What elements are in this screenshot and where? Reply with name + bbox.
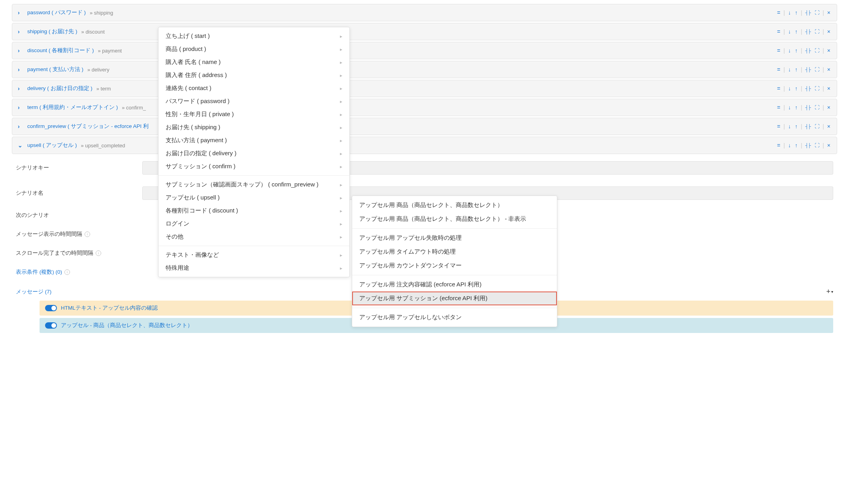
arrow-up-icon[interactable]: ↑ <box>794 85 798 92</box>
menu-item[interactable]: 支払い方法 ( payment )▸ <box>158 134 349 147</box>
submenu-item[interactable]: アップセル用 アップセル失敗時の処理 <box>352 231 557 245</box>
arrow-up-icon[interactable]: ↑ <box>794 9 798 16</box>
section-row[interactable]: ›password ( パスワード )» shipping=|↓↑|┤├⛶|× <box>12 4 837 21</box>
close-icon[interactable]: × <box>826 104 831 111</box>
arrow-down-icon[interactable]: ↓ <box>787 104 792 111</box>
messages-header[interactable]: メッセージ (7) <box>16 288 51 295</box>
arrow-down-icon[interactable]: ↓ <box>787 142 792 149</box>
section-row[interactable]: ›discount ( 各種割引コード )» payment=|↓↑|┤├⛶|× <box>12 42 837 59</box>
menu-item[interactable]: サブミッション（確認画面スキップ） ( confirm_preview )▸ <box>158 178 349 191</box>
message-toggle[interactable] <box>45 322 57 329</box>
close-icon[interactable]: × <box>826 85 831 92</box>
arrow-up-icon[interactable]: ↑ <box>794 123 798 130</box>
collapse-icon[interactable]: ┤├ <box>805 48 812 53</box>
menu-item[interactable]: 性別・生年月日 ( private )▸ <box>158 108 349 121</box>
collapse-icon[interactable]: ┤├ <box>805 86 812 91</box>
equals-icon[interactable]: = <box>776 85 781 92</box>
submenu-item[interactable]: アップセル用 サブミッション (ecforce API 利用) <box>352 291 557 305</box>
chevron-down-icon[interactable]: ⌄ <box>18 142 23 149</box>
arrow-up-icon[interactable]: ↑ <box>794 142 798 149</box>
equals-icon[interactable]: = <box>776 9 781 16</box>
collapse-icon[interactable]: ┤├ <box>805 29 812 34</box>
close-icon[interactable]: × <box>826 123 831 130</box>
section-row[interactable]: ›delivery ( お届け日の指定 )» term=|↓↑|┤├⛶|× <box>12 80 837 97</box>
menu-item[interactable]: パスワード ( password )▸ <box>158 95 349 108</box>
chevron-right-icon[interactable]: › <box>18 28 23 35</box>
close-icon[interactable]: × <box>826 66 831 73</box>
submenu-item[interactable]: アップセル用 タイムアウト時の処理 <box>352 245 557 259</box>
equals-icon[interactable]: = <box>776 104 781 111</box>
info-icon[interactable]: i <box>85 231 90 237</box>
arrow-up-icon[interactable]: ↑ <box>794 66 798 73</box>
menu-item[interactable]: 購入者 住所 ( address )▸ <box>158 69 349 82</box>
message-toggle[interactable] <box>45 305 57 311</box>
equals-icon[interactable]: = <box>776 28 781 35</box>
close-icon[interactable]: × <box>826 47 831 54</box>
arrow-up-icon[interactable]: ↑ <box>794 47 798 54</box>
section-row[interactable]: ⌄upsell ( アップセル )» upsell_completed=|↓↑|… <box>12 137 837 154</box>
menu-item[interactable]: お届け先 ( shipping )▸ <box>158 121 349 134</box>
arrow-down-icon[interactable]: ↓ <box>787 47 792 54</box>
chevron-right-icon: ▸ <box>340 47 342 52</box>
menu-item[interactable]: お届け日の指定 ( delivery )▸ <box>158 147 349 160</box>
expand-icon[interactable]: ⛶ <box>814 105 820 110</box>
expand-icon[interactable]: ⛶ <box>814 29 820 34</box>
arrow-down-icon[interactable]: ↓ <box>787 28 792 35</box>
expand-icon[interactable]: ⛶ <box>814 143 820 148</box>
section-row[interactable]: ›shipping ( お届け先 )» discount=|↓↑|┤├⛶|× <box>12 23 837 40</box>
chevron-right-icon[interactable]: › <box>18 104 23 111</box>
submenu-item[interactable]: アップセル用 カウントダウンタイマー <box>352 259 557 273</box>
arrow-down-icon[interactable]: ↓ <box>787 123 792 130</box>
menu-item[interactable]: アップセル ( upsell )▸ <box>158 191 349 204</box>
section-row[interactable]: ›payment ( 支払い方法 )» delivery=|↓↑|┤├⛶|× <box>12 61 837 78</box>
chevron-right-icon: ▸ <box>340 182 342 188</box>
arrow-down-icon[interactable]: ↓ <box>787 85 792 92</box>
equals-icon[interactable]: = <box>776 142 781 149</box>
menu-item[interactable]: 立ち上げ ( start )▸ <box>158 30 349 43</box>
chevron-right-icon[interactable]: › <box>18 47 23 54</box>
submenu-item[interactable]: アップセル用 アップセルしないボタン <box>352 310 557 324</box>
display-conditions-link[interactable]: 表示条件 (複数) (0) i <box>16 269 134 276</box>
expand-icon[interactable]: ⛶ <box>814 86 820 91</box>
section-row[interactable]: ›confirm_preview ( サブミッション - ecforce API… <box>12 118 837 135</box>
submenu-item[interactable]: アップセル用 商品（商品セレクト、商品数セレクト） <box>352 198 557 212</box>
submenu-item[interactable]: アップセル用 商品（商品セレクト、商品数セレクト） - 非表示 <box>352 212 557 226</box>
info-icon[interactable]: i <box>64 269 70 275</box>
close-icon[interactable]: × <box>826 9 831 16</box>
expand-icon[interactable]: ⛶ <box>814 67 820 72</box>
arrow-down-icon[interactable]: ↓ <box>787 66 792 73</box>
arrow-up-icon[interactable]: ↑ <box>794 28 798 35</box>
chevron-right-icon[interactable]: › <box>18 85 23 92</box>
collapse-icon[interactable]: ┤├ <box>805 124 812 129</box>
menu-item[interactable]: 各種割引コード ( discount )▸ <box>158 204 349 217</box>
expand-icon[interactable]: ⛶ <box>814 48 820 53</box>
info-icon[interactable]: i <box>96 250 101 256</box>
menu-item[interactable]: 購入者 氏名 ( name )▸ <box>158 56 349 69</box>
close-icon[interactable]: × <box>826 142 831 149</box>
equals-icon[interactable]: = <box>776 66 781 73</box>
chevron-right-icon[interactable]: › <box>18 66 23 73</box>
collapse-icon[interactable]: ┤├ <box>805 67 812 72</box>
add-message-button[interactable]: +▾ <box>826 288 833 296</box>
equals-icon[interactable]: = <box>776 47 781 54</box>
collapse-icon[interactable]: ┤├ <box>805 10 812 15</box>
menu-item[interactable]: 商品 ( product )▸ <box>158 43 349 56</box>
section-row[interactable]: ›term ( 利用規約・メールオプトイン )» confirm_=|↓↑|┤├… <box>12 99 837 116</box>
arrow-down-icon[interactable]: ↓ <box>787 9 792 16</box>
collapse-icon[interactable]: ┤├ <box>805 143 812 148</box>
equals-icon[interactable]: = <box>776 123 781 130</box>
chevron-right-icon[interactable]: › <box>18 123 23 130</box>
expand-icon[interactable]: ⛶ <box>814 124 820 129</box>
expand-icon[interactable]: ⛶ <box>814 10 820 15</box>
submenu-item[interactable]: アップセル用 注文内容確認 (ecforce API 利用) <box>352 278 557 291</box>
menu-item[interactable]: ログイン▸ <box>158 217 349 230</box>
menu-item[interactable]: サブミッション ( confirm )▸ <box>158 160 349 173</box>
chevron-right-icon[interactable]: › <box>18 9 23 16</box>
menu-item[interactable]: 連絡先 ( contact )▸ <box>158 82 349 95</box>
arrow-up-icon[interactable]: ↑ <box>794 104 798 111</box>
collapse-icon[interactable]: ┤├ <box>805 105 812 110</box>
menu-item[interactable]: その他▸ <box>158 230 349 243</box>
close-icon[interactable]: × <box>826 28 831 35</box>
menu-item[interactable]: テキスト・画像など▸ <box>158 248 349 261</box>
menu-item[interactable]: 特殊用途▸ <box>158 261 349 275</box>
